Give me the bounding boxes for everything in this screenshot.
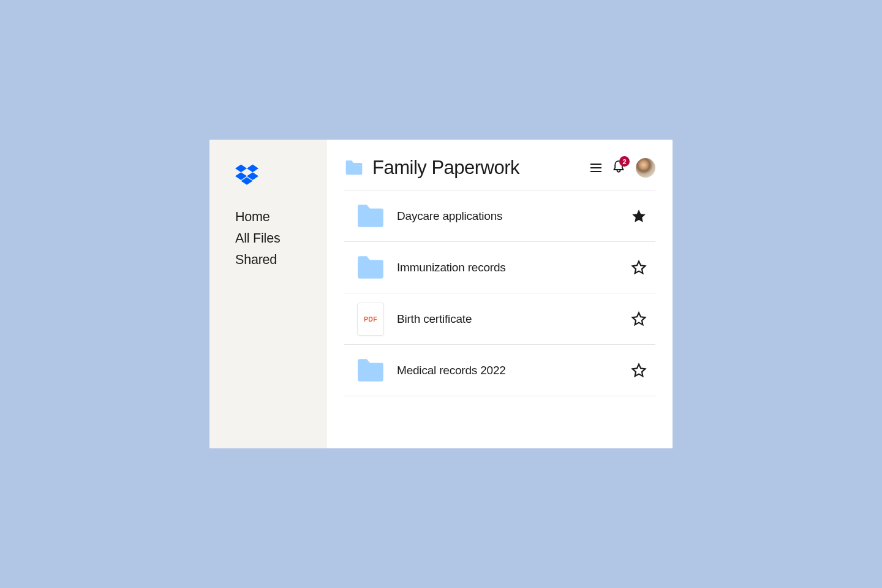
file-name: Medical records 2022 xyxy=(397,364,631,377)
notification-badge: 2 xyxy=(619,156,630,167)
app-window: Home All Files Shared Family Paperwork xyxy=(209,140,673,448)
header-actions: 2 xyxy=(590,158,655,178)
star-button[interactable] xyxy=(631,260,647,276)
list-item[interactable]: Medical records 2022 xyxy=(344,345,655,396)
folder-icon xyxy=(355,254,386,281)
star-outline-icon xyxy=(631,363,647,379)
file-list: Daycare applications Immunization record… xyxy=(344,190,655,396)
avatar[interactable] xyxy=(636,158,655,178)
main-panel: Family Paperwork 2 xyxy=(327,140,673,448)
star-button[interactable] xyxy=(631,311,647,327)
file-name: Daycare applications xyxy=(397,209,631,223)
sidebar: Home All Files Shared xyxy=(209,140,327,448)
pdf-icon: PDF xyxy=(355,306,386,333)
star-filled-icon xyxy=(631,208,647,224)
sidebar-item-shared[interactable]: Shared xyxy=(235,252,327,268)
folder-icon xyxy=(355,357,386,384)
file-name: Immunization records xyxy=(397,261,631,274)
svg-marker-1 xyxy=(247,165,258,173)
star-button[interactable] xyxy=(631,208,647,224)
list-item[interactable]: PDF Birth certificate xyxy=(344,293,655,345)
menu-icon[interactable] xyxy=(590,164,601,172)
folder-icon xyxy=(355,203,386,230)
sidebar-item-all-files[interactable]: All Files xyxy=(235,231,327,246)
star-button[interactable] xyxy=(631,363,647,379)
star-outline-icon xyxy=(631,260,647,276)
star-outline-icon xyxy=(631,311,647,327)
dropbox-logo-icon xyxy=(235,164,258,186)
pdf-label: PDF xyxy=(364,315,377,323)
file-name: Birth certificate xyxy=(397,312,631,326)
page-title: Family Paperwork xyxy=(372,157,582,179)
folder-icon xyxy=(344,160,364,176)
list-item[interactable]: Daycare applications xyxy=(344,190,655,242)
sidebar-item-home[interactable]: Home xyxy=(235,209,327,225)
header: Family Paperwork 2 xyxy=(344,157,655,179)
sidebar-nav: Home All Files Shared xyxy=(235,209,327,268)
svg-marker-0 xyxy=(235,165,247,173)
list-item[interactable]: Immunization records xyxy=(344,242,655,293)
notifications-button[interactable]: 2 xyxy=(612,160,625,176)
